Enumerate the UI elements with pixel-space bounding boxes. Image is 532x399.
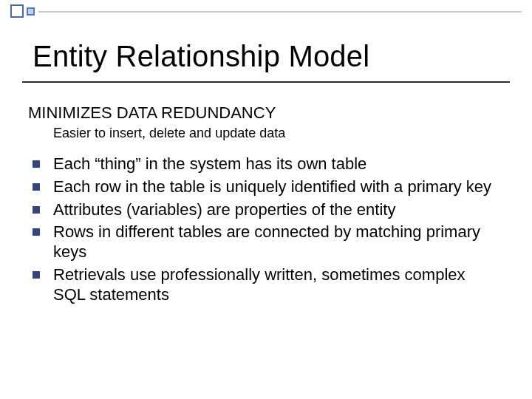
subnote: Easier to insert, delete and update data	[53, 126, 497, 141]
square-icon	[10, 4, 24, 18]
list-item: Each row in the table is uniquely identi…	[28, 177, 497, 197]
list-item-text: Each “thing” in the system has its own t…	[53, 154, 366, 173]
square-small-icon	[27, 7, 35, 16]
list-item-text: Rows in different tables are connected b…	[53, 222, 480, 261]
list-item-text: Attributes (variables) are properties of…	[53, 200, 395, 219]
header-decoration	[10, 4, 38, 18]
title-underline	[22, 81, 510, 83]
slide: Entity Relationship Model MINIMIZES DATA…	[0, 0, 532, 399]
slide-title: Entity Relationship Model	[33, 40, 510, 73]
header-rule	[38, 11, 522, 13]
square-bullet-icon	[33, 228, 40, 236]
list-item: Retrievals use professionally written, s…	[28, 265, 497, 305]
slide-body: MINIMIZES DATA REDUNDANCY Easier to inse…	[28, 103, 497, 308]
bullet-list: Each “thing” in the system has its own t…	[28, 154, 497, 305]
list-item-text: Each row in the table is uniquely identi…	[53, 177, 491, 196]
square-bullet-icon	[33, 206, 40, 214]
list-item: Rows in different tables are connected b…	[28, 222, 497, 262]
list-item: Each “thing” in the system has its own t…	[28, 154, 497, 174]
subheading: MINIMIZES DATA REDUNDANCY	[28, 103, 497, 123]
square-bullet-icon	[33, 183, 40, 191]
square-bullet-icon	[33, 271, 40, 279]
list-item: Attributes (variables) are properties of…	[28, 200, 497, 220]
list-item-text: Retrievals use professionally written, s…	[53, 265, 466, 304]
square-bullet-icon	[33, 160, 40, 168]
